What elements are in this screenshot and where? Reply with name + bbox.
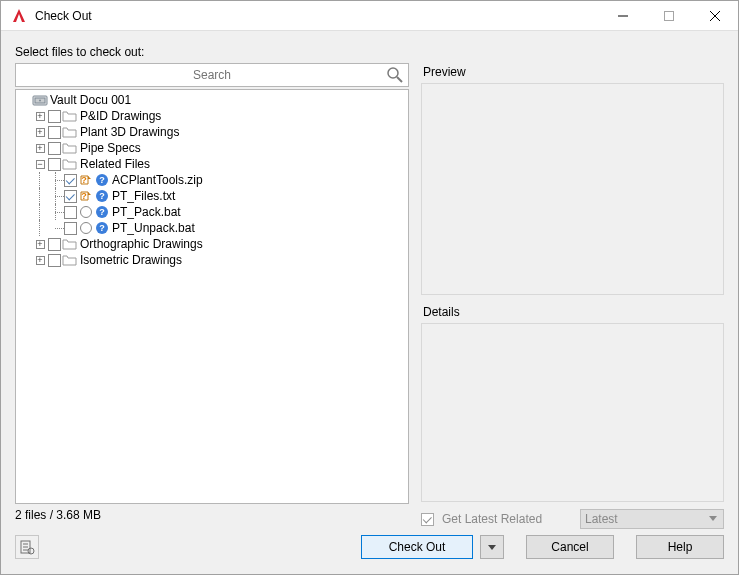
svg-text:?: ? bbox=[99, 207, 105, 217]
file-label: PT_Files.txt bbox=[110, 188, 175, 204]
search-box[interactable] bbox=[15, 63, 409, 87]
checkout-button[interactable]: Check Out bbox=[361, 535, 473, 559]
expander-icon[interactable]: + bbox=[36, 240, 45, 249]
status-clean-icon bbox=[78, 204, 94, 220]
header-label: Select files to check out: bbox=[15, 45, 724, 59]
folder-label: P&ID Drawings bbox=[78, 108, 161, 124]
file-tree[interactable]: Vault Docu 001 + bbox=[15, 89, 409, 504]
svg-rect-1 bbox=[665, 11, 674, 20]
folder-label: Isometric Drawings bbox=[78, 252, 182, 268]
cancel-button[interactable]: Cancel bbox=[526, 535, 614, 559]
titlebar: Check Out bbox=[1, 1, 738, 31]
vault-icon bbox=[32, 92, 48, 108]
expander-icon[interactable]: − bbox=[36, 160, 45, 169]
svg-point-4 bbox=[388, 68, 398, 78]
checkbox[interactable] bbox=[48, 110, 61, 123]
expander-icon[interactable]: + bbox=[36, 256, 45, 265]
svg-text:?: ? bbox=[99, 191, 105, 201]
status-text: 2 files / 3.68 MB bbox=[15, 504, 409, 530]
preview-label: Preview bbox=[421, 63, 724, 83]
folder-icon bbox=[62, 140, 78, 156]
status-changed-icon: ? bbox=[78, 172, 94, 188]
app-icon bbox=[5, 8, 33, 24]
svg-point-18 bbox=[81, 223, 92, 234]
folder-label: Related Files bbox=[78, 156, 150, 172]
file-icon: ? bbox=[94, 204, 110, 220]
tree-folder[interactable]: + Plant 3D Drawings bbox=[16, 124, 408, 140]
checkbox[interactable] bbox=[48, 126, 61, 139]
chevron-down-icon bbox=[488, 545, 496, 550]
tree-root-label: Vault Docu 001 bbox=[48, 92, 131, 108]
file-label: PT_Pack.bat bbox=[110, 204, 181, 220]
checkbox[interactable] bbox=[64, 206, 77, 219]
tree-file[interactable]: ? ? PT_Files.txt bbox=[16, 188, 408, 204]
settings-button[interactable] bbox=[15, 535, 39, 559]
file-label: PT_Unpack.bat bbox=[110, 220, 195, 236]
folder-icon bbox=[62, 124, 78, 140]
window-title: Check Out bbox=[35, 9, 92, 23]
tree-file[interactable]: ? PT_Unpack.bat bbox=[16, 220, 408, 236]
svg-text:?: ? bbox=[81, 191, 87, 201]
svg-point-25 bbox=[28, 548, 34, 554]
folder-icon bbox=[62, 236, 78, 252]
svg-point-8 bbox=[39, 100, 41, 102]
search-icon bbox=[386, 66, 404, 88]
checkbox[interactable] bbox=[64, 190, 77, 203]
details-label: Details bbox=[421, 303, 724, 323]
expander-icon[interactable]: + bbox=[36, 112, 45, 121]
tree-folder[interactable]: + Pipe Specs bbox=[16, 140, 408, 156]
folder-label: Plant 3D Drawings bbox=[78, 124, 179, 140]
expander-icon[interactable]: + bbox=[36, 128, 45, 137]
checkout-dialog: Check Out Select files to check out: bbox=[0, 0, 739, 575]
tree-file[interactable]: ? ? ACPlantTools.zip bbox=[16, 172, 408, 188]
checkbox[interactable] bbox=[64, 222, 77, 235]
status-changed-icon: ? bbox=[78, 188, 94, 204]
get-latest-checkbox bbox=[421, 513, 434, 526]
status-clean-icon bbox=[78, 220, 94, 236]
close-button[interactable] bbox=[692, 1, 738, 30]
preview-panel bbox=[421, 83, 724, 295]
tree-folder[interactable]: + P&ID Drawings bbox=[16, 108, 408, 124]
minimize-button[interactable] bbox=[600, 1, 646, 30]
help-button[interactable]: Help bbox=[636, 535, 724, 559]
version-combo-value: Latest bbox=[585, 512, 618, 526]
tree-root[interactable]: Vault Docu 001 bbox=[16, 92, 408, 108]
svg-text:?: ? bbox=[99, 223, 105, 233]
svg-text:?: ? bbox=[81, 175, 87, 185]
svg-line-5 bbox=[397, 77, 402, 82]
maximize-button bbox=[646, 1, 692, 30]
checkbox[interactable] bbox=[48, 158, 61, 171]
checkbox[interactable] bbox=[48, 254, 61, 267]
checkbox[interactable] bbox=[64, 174, 77, 187]
version-combo: Latest bbox=[580, 509, 724, 529]
expander-icon[interactable]: + bbox=[36, 144, 45, 153]
checkbox[interactable] bbox=[48, 238, 61, 251]
settings-icon bbox=[19, 539, 35, 555]
folder-icon bbox=[62, 156, 78, 172]
file-icon: ? bbox=[94, 188, 110, 204]
folder-label: Orthographic Drawings bbox=[78, 236, 203, 252]
tree-file[interactable]: ? PT_Pack.bat bbox=[16, 204, 408, 220]
folder-label: Pipe Specs bbox=[78, 140, 141, 156]
file-label: ACPlantTools.zip bbox=[110, 172, 203, 188]
tree-folder[interactable]: − Related Files bbox=[16, 156, 408, 172]
tree-folder[interactable]: + Orthographic Drawings bbox=[16, 236, 408, 252]
svg-text:?: ? bbox=[99, 175, 105, 185]
tree-folder[interactable]: + Isometric Drawings bbox=[16, 252, 408, 268]
checkout-dropdown-button[interactable] bbox=[480, 535, 504, 559]
checkbox[interactable] bbox=[48, 142, 61, 155]
search-input[interactable] bbox=[16, 67, 408, 83]
svg-point-15 bbox=[81, 207, 92, 218]
file-icon: ? bbox=[94, 172, 110, 188]
chevron-down-icon bbox=[709, 516, 717, 521]
file-icon: ? bbox=[94, 220, 110, 236]
folder-icon bbox=[62, 252, 78, 268]
details-panel bbox=[421, 323, 724, 502]
get-latest-label: Get Latest Related bbox=[442, 512, 542, 526]
folder-icon bbox=[62, 108, 78, 124]
